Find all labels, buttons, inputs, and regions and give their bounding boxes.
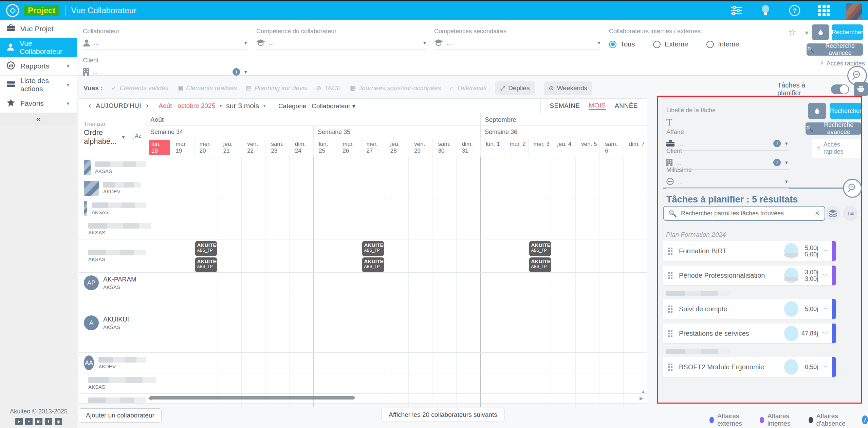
chevron-down-icon[interactable]: ▼ bbox=[597, 40, 601, 45]
row-days[interactable]: AKUITEOABS_TPAKUITEOABS_TPAKUITEOABS_TPA… bbox=[146, 239, 647, 272]
planning-event[interactable]: AKUITEOABS_TP bbox=[362, 241, 384, 256]
show-more-collaborators-button[interactable]: Afficher les 20 collaborateurs suivants bbox=[382, 408, 504, 422]
task-card[interactable]: Suivi de compte5,00j﹀ bbox=[663, 299, 836, 319]
task-card[interactable]: Prestations de services47,84j﹀ bbox=[663, 324, 836, 343]
planning-event[interactable]: AKUITEOABS_TP bbox=[195, 257, 217, 272]
linkedin-icon[interactable]: in bbox=[35, 418, 42, 425]
collaborator-cell[interactable]: AKSAS bbox=[79, 157, 146, 178]
view-scale-mois[interactable]: MOIS bbox=[589, 102, 606, 110]
row-days[interactable] bbox=[146, 394, 647, 407]
row-days[interactable] bbox=[146, 273, 647, 293]
row-days[interactable] bbox=[146, 219, 647, 239]
view-scale-année[interactable]: ANNÉE bbox=[615, 102, 638, 110]
row-days[interactable] bbox=[146, 178, 647, 198]
view-toggle--l-ments-r-alis-s[interactable]: ▣Éléments réalisés bbox=[177, 84, 237, 92]
view-toggle-t-l-travail[interactable]: ⌂Télétravail bbox=[450, 84, 486, 92]
task-card[interactable]: Période Professionnalisation3,00j3,00j﹀ bbox=[663, 266, 836, 285]
view-toggle-tace[interactable]: ⊘TACE bbox=[316, 84, 341, 92]
category-dropdown[interactable]: Catégorie : Collaborateur ▾ bbox=[278, 102, 355, 110]
collaborator-cell[interactable]: AKSAS bbox=[79, 219, 146, 239]
view-scale-semaine[interactable]: SEMAINE bbox=[550, 102, 580, 110]
info-icon[interactable]: i bbox=[773, 140, 781, 147]
sidebar-item-vue-projet[interactable]: Vue Projet bbox=[0, 20, 77, 38]
sidebar-item-rapports[interactable]: Rapports▼ bbox=[0, 57, 77, 76]
drag-handle-icon[interactable] bbox=[668, 248, 672, 255]
view-toggle-weekends[interactable]: ⊘Weekends bbox=[544, 81, 593, 95]
task-mill-sime-field-input[interactable]: ...▼ bbox=[666, 178, 789, 189]
prev-period-button[interactable]: ‹ bbox=[84, 101, 96, 110]
chevron-down-icon[interactable]: ▼ bbox=[262, 103, 266, 108]
radio-tous[interactable]: Tous bbox=[609, 40, 635, 48]
panel-search-button[interactable]: Rechercher bbox=[830, 103, 861, 119]
scroll-up-icon[interactable]: ▲ bbox=[641, 389, 646, 394]
zoom-out-icon[interactable] bbox=[843, 179, 862, 198]
chevron-down-icon[interactable]: ﹀ bbox=[822, 329, 829, 338]
filters-sliders-icon[interactable] bbox=[730, 4, 743, 17]
collaborator-cell[interactable]: AAAKDEV bbox=[79, 353, 146, 373]
collaborateur-field-input[interactable]: ...▼ bbox=[83, 39, 248, 50]
task-search-input[interactable] bbox=[681, 210, 811, 217]
today-button[interactable]: AUJOURD'HUI bbox=[96, 102, 141, 110]
filters-chevron-icon[interactable]: ▼ bbox=[804, 30, 810, 37]
view-toggle--l-ments-valid-s[interactable]: ✓Éléments validés bbox=[111, 84, 168, 92]
collaborator-cell[interactable]: AKDEV bbox=[79, 178, 146, 198]
chevron-down-icon[interactable]: ▼ bbox=[219, 103, 223, 108]
facebook-icon[interactable]: f bbox=[45, 418, 52, 425]
help-icon[interactable]: ? bbox=[788, 4, 801, 17]
sidebar-item-liste-des-actions[interactable]: Liste des actions▼ bbox=[0, 76, 77, 94]
sort-az-icon[interactable]: ↓ᴬᶻ bbox=[131, 133, 141, 141]
collaborator-cell[interactable]: AKSAS bbox=[79, 198, 146, 219]
search-button[interactable]: Rechercher bbox=[832, 24, 863, 40]
scroll-right-icon[interactable]: ▶ bbox=[640, 395, 643, 401]
competences-secondaires-field-input[interactable]: ...▼ bbox=[434, 39, 601, 50]
competence-field-input[interactable]: ...▼ bbox=[256, 39, 427, 50]
row-days[interactable] bbox=[146, 373, 647, 393]
sort-dropdown[interactable]: Ordre alphabé... bbox=[84, 128, 117, 146]
apps-grid-icon[interactable] bbox=[817, 4, 831, 17]
planning-event[interactable]: AKUITEOABS_TP bbox=[529, 257, 551, 272]
chevron-down-icon[interactable]: ﹀ bbox=[822, 305, 829, 314]
chevron-down-icon[interactable]: ▼ bbox=[784, 179, 789, 184]
panel-quick-access-link[interactable]: ⚡Accès rapides bbox=[812, 139, 861, 158]
collaborator-cell[interactable]: AAKUIKUIAKSAS bbox=[79, 293, 146, 352]
sidebar-collapse-button[interactable]: « bbox=[0, 113, 77, 125]
sidebar-item-favoris[interactable]: Favoris▼ bbox=[0, 94, 77, 113]
view-toggle-d-pli-s[interactable]: ⤢Dépliés bbox=[495, 81, 535, 95]
collaborator-cell[interactable]: AKSAS bbox=[79, 239, 146, 272]
chevron-down-icon[interactable]: ▼ bbox=[784, 160, 789, 165]
span-dropdown[interactable]: sur 3 mois bbox=[226, 102, 259, 110]
planning-event[interactable]: AKUITEOABS_TP bbox=[362, 257, 384, 272]
drag-handle-icon[interactable] bbox=[668, 364, 672, 371]
advanced-search-button[interactable]: 🔍Recherche avancée bbox=[807, 43, 863, 56]
layers-icon[interactable] bbox=[825, 206, 840, 221]
next-period-button[interactable]: › bbox=[141, 101, 153, 110]
collaborator-cell[interactable]: AKSAS bbox=[79, 373, 146, 393]
print-button[interactable] bbox=[854, 82, 868, 96]
collaborator-cell[interactable]: APAK-PARAMAKSAS bbox=[79, 273, 146, 293]
chevron-down-icon[interactable]: ▼ bbox=[243, 40, 248, 45]
task-card[interactable]: Formation BIRT5,00j5,00j﹀ bbox=[663, 241, 836, 261]
planning-event[interactable]: AKUITEOABS_TP bbox=[195, 241, 217, 256]
instagram-icon[interactable]: ◉ bbox=[55, 418, 62, 425]
row-days[interactable] bbox=[146, 293, 647, 352]
date-range-dropdown[interactable]: Août - octobre 2025 bbox=[159, 102, 215, 110]
row-days[interactable] bbox=[146, 353, 647, 373]
chevron-down-icon[interactable]: ▼ bbox=[422, 40, 427, 45]
info-icon[interactable]: i bbox=[773, 159, 781, 166]
sort-tasks-icon[interactable]: ↓≡ bbox=[843, 206, 858, 221]
row-days[interactable] bbox=[146, 198, 647, 219]
clear-filters-button[interactable] bbox=[812, 24, 829, 40]
client-field-input[interactable]: ...i▼ bbox=[83, 68, 248, 79]
view-toggle-planning-sur-devis[interactable]: ▤Planning sur devis bbox=[246, 84, 307, 92]
horizontal-scrollbar[interactable] bbox=[149, 396, 355, 400]
info-icon[interactable]: i bbox=[233, 68, 240, 76]
row-days[interactable] bbox=[146, 157, 647, 178]
chevron-down-icon[interactable]: ﹀ bbox=[822, 271, 829, 280]
legend-info-icon[interactable]: i bbox=[862, 415, 868, 424]
send-icon[interactable]: ➤ bbox=[15, 418, 23, 425]
tasks-to-plan-toggle[interactable] bbox=[831, 84, 849, 94]
drag-handle-icon[interactable] bbox=[668, 330, 672, 337]
lightbulb-icon[interactable] bbox=[759, 4, 772, 17]
panel-advanced-search-button[interactable]: 🔍Recherche avancée bbox=[806, 122, 861, 135]
task-card[interactable]: BSOFT2 Module Ergonomie0,50j﹀ bbox=[663, 357, 836, 377]
